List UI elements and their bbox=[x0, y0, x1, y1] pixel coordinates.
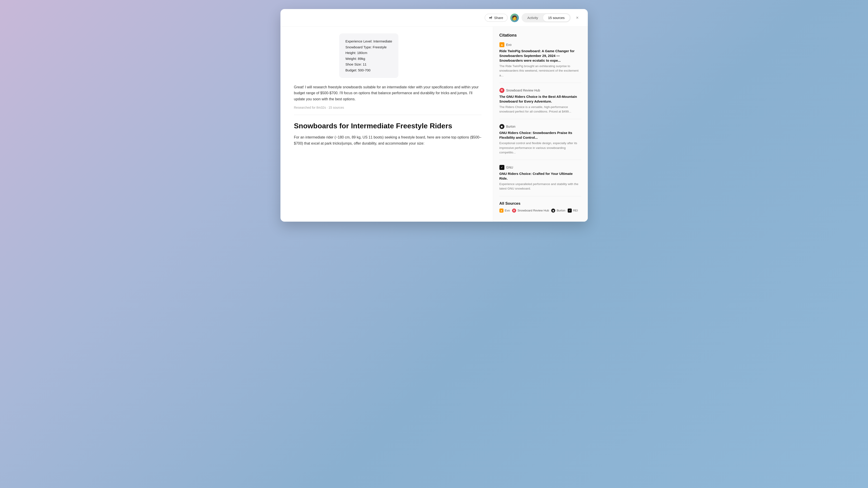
citation-source-1: R Snowboard Review Hub bbox=[499, 88, 582, 93]
citation-headline-1: The GNU Riders Choice is the Best All-Mo… bbox=[499, 94, 582, 104]
all-source-icon-rei: ✓ bbox=[568, 208, 572, 213]
avatar: 🧑 bbox=[510, 13, 519, 22]
close-button[interactable]: × bbox=[573, 14, 582, 22]
all-source-review: R Snowboard Review Hub bbox=[512, 208, 549, 213]
top-bar: Share 🧑 Activity 15 sources × bbox=[280, 9, 588, 27]
info-row-5: Budget: 500-700 bbox=[345, 67, 392, 73]
all-source-rei: ✓ REI bbox=[568, 208, 578, 213]
response-text: Great! I will research freestyle snowboa… bbox=[294, 84, 482, 102]
citation-item-0: a Evo Ride TwinPig Snowboard: A Game Cha… bbox=[499, 42, 582, 83]
all-sources-title: All Sources bbox=[499, 201, 582, 206]
info-row-1: Snowboard Type: Freestyle bbox=[345, 44, 392, 50]
source-icon-gnu: ✓ bbox=[499, 165, 504, 170]
main-content: Experience Level: Intermediate Snowboard… bbox=[280, 27, 588, 222]
section-title: Snowboards for Intermediate Freestyle Ri… bbox=[294, 121, 482, 130]
all-source-icon-burton: ● bbox=[551, 208, 555, 213]
citation-snippet-0: The Ride TwinPig brought an exhilarating… bbox=[499, 64, 582, 78]
all-source-burton: ● Burton bbox=[551, 208, 565, 213]
citation-item-2: ● Burton GNU Riders Choice: Snowboarders… bbox=[499, 124, 582, 160]
tab-group: Activity 15 sources bbox=[522, 13, 570, 22]
citation-headline-2: GNU Riders Choice: Snowboarders Praise I… bbox=[499, 130, 582, 140]
modal: Share 🧑 Activity 15 sources × Experience… bbox=[280, 9, 588, 222]
tab-sources[interactable]: 15 sources bbox=[543, 14, 569, 22]
citation-item-3: ✓ GNU GNU Riders Choice: Crafted for You… bbox=[499, 165, 582, 196]
citation-source-2: ● Burton bbox=[499, 124, 582, 129]
all-sources-row: a Evo R Snowboard Review Hub ● Burton ✓ … bbox=[499, 208, 582, 213]
info-row-4: Shoe Size: 11 bbox=[345, 61, 392, 67]
right-panel: Citations a Evo Ride TwinPig Snowboard: … bbox=[493, 27, 588, 222]
citation-source-3: ✓ GNU bbox=[499, 165, 582, 170]
citation-snippet-1: The Riders Choice is a versatile, high-p… bbox=[499, 105, 582, 114]
left-panel: Experience Level: Intermediate Snowboard… bbox=[280, 27, 493, 222]
source-icon-burton: ● bbox=[499, 124, 504, 129]
section-body: For an intermediate rider (~180 cm, 89 k… bbox=[294, 134, 482, 147]
source-name-2: Burton bbox=[506, 125, 516, 128]
info-row-3: Weight: 89kg bbox=[345, 56, 392, 62]
tab-activity[interactable]: Activity bbox=[523, 14, 543, 22]
all-source-icon-evo: a bbox=[499, 208, 503, 213]
citation-snippet-2: Exceptional control and flexible design,… bbox=[499, 141, 582, 155]
share-button[interactable]: Share bbox=[485, 14, 507, 22]
citation-snippet-3: Experience unparalleled performance and … bbox=[499, 182, 582, 191]
all-source-icon-review: R bbox=[512, 208, 516, 213]
info-row-2: Height: 180cm bbox=[345, 50, 392, 56]
share-label: Share bbox=[494, 16, 503, 20]
source-icon-evo: a bbox=[499, 42, 504, 47]
citation-source-0: a Evo bbox=[499, 42, 582, 47]
citation-item-1: R Snowboard Review Hub The GNU Riders Ch… bbox=[499, 88, 582, 119]
info-card: Experience Level: Intermediate Snowboard… bbox=[339, 33, 399, 78]
all-source-evo: a Evo bbox=[499, 208, 510, 213]
source-name-1: Snowboard Review Hub bbox=[506, 89, 540, 92]
share-icon bbox=[489, 16, 493, 20]
citations-title: Citations bbox=[499, 33, 582, 38]
source-name-3: GNU bbox=[506, 166, 513, 169]
research-note: Researched for 8m32s · 15 sources bbox=[294, 106, 482, 109]
citation-headline-0: Ride TwinPig Snowboard: A Game Changer f… bbox=[499, 48, 582, 63]
source-name-0: Evo bbox=[506, 43, 512, 46]
source-icon-review: R bbox=[499, 88, 504, 93]
citation-headline-3: GNU Riders Choice: Crafted for Your Ulti… bbox=[499, 171, 582, 181]
info-row-0: Experience Level: Intermediate bbox=[345, 38, 392, 44]
